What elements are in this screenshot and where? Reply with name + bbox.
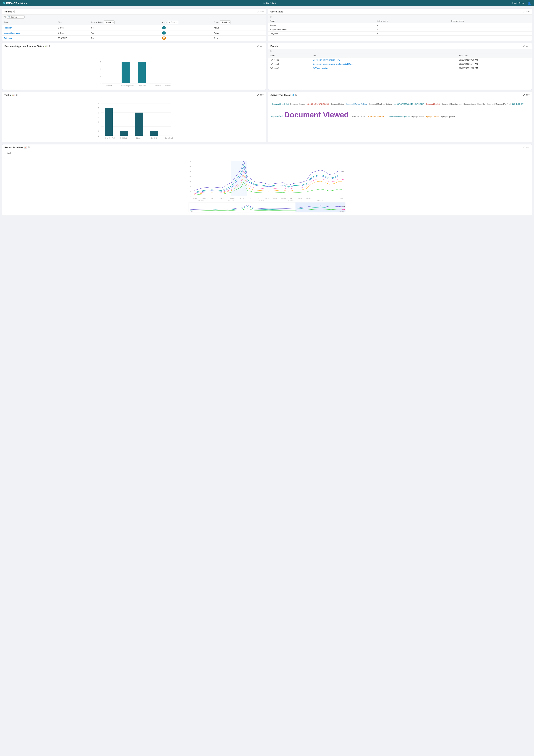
tag-item[interactable]: Document Check Out: [272, 103, 289, 105]
tag-item[interactable]: Document Printed: [426, 103, 440, 105]
user-icon[interactable]: 👤: [528, 2, 531, 5]
svg-text:Approved: Approved: [139, 85, 146, 87]
recent-activities-expand-btn[interactable]: ⤢: [523, 146, 525, 149]
tag-item[interactable]: Folder Created: [352, 115, 367, 118]
tasks-chart-icon[interactable]: 📊: [12, 94, 14, 96]
us-col-inactive: Inactive Users: [450, 19, 532, 23]
svg-text:Nov 1: Nov 1: [273, 198, 277, 199]
svg-text:Published: Published: [165, 85, 172, 87]
rooms-search-input[interactable]: [7, 15, 25, 18]
event-link[interactable]: Discussion on improvising existing set o…: [313, 63, 353, 65]
tasks-header: Tasks 📊 ⊞ ⤢ ≡ ▾: [2, 92, 266, 98]
room-name-cell: TW_room1: [2, 36, 56, 41]
user-status-table-row: Support Information 4 1: [268, 27, 532, 32]
rooms-status-filter[interactable]: Select: [220, 20, 231, 24]
tag-cloud-menu-btn[interactable]: ≡ ▾: [526, 94, 529, 96]
doc-approval-widget: Document Approval Process Status 📊 ⊞ ⤢ ≡…: [2, 43, 266, 90]
ev-title-cell: TW Team Meeting: [311, 66, 458, 70]
tag-item[interactable]: Highlight Updated: [441, 116, 455, 118]
user-status-table-icon[interactable]: ⊞: [270, 15, 272, 18]
rooms-table-icon[interactable]: ⊞: [4, 16, 6, 18]
tasks-expand-btn[interactable]: ⤢: [257, 94, 259, 96]
svg-text:Sep 2022: Sep 2022: [228, 200, 234, 201]
tag-item[interactable]: Highlight Deleted: [425, 116, 440, 118]
rooms-actions: ⤢ ≡ ▾: [257, 10, 264, 13]
tag-item[interactable]: Folder Moved to Recyclebin: [388, 116, 411, 118]
rooms-alerts-search[interactable]: [168, 21, 178, 24]
svg-text:Completed: Completed: [165, 137, 173, 139]
tag-item[interactable]: Document Undo Check Out: [464, 103, 486, 105]
svg-rect-34: [105, 108, 113, 136]
recent-activities-minimap: Aug 2 Dec 24 26.1 25.1: [5, 202, 529, 213]
user-status-menu-btn[interactable]: ≡ ▾: [526, 10, 529, 13]
tag-item[interactable]: Highlight Added: [412, 116, 424, 118]
tag-item[interactable]: Document Viewed: [284, 111, 351, 119]
user-status-expand-btn[interactable]: ⤢: [523, 10, 525, 13]
room-alerts-cell: 29: [161, 36, 212, 41]
svg-rect-61: [231, 161, 247, 196]
logo-text: KNOVOS: [6, 2, 17, 5]
doc-approval-expand-btn[interactable]: ⤢: [257, 45, 259, 47]
room-link[interactable]: TW_room1: [4, 37, 13, 39]
event-link[interactable]: TW Team Meeting: [313, 67, 329, 69]
rooms-widget-header: Rooms ⓘ ⤢ ≡ ▾: [2, 9, 266, 14]
row-3: Tasks 📊 ⊞ ⤢ ≡ ▾ 0 1 2 3 4 5: [2, 92, 532, 142]
events-toolbar: ⊞: [268, 49, 532, 53]
us-room-cell: Research: [268, 23, 376, 27]
tasks-table-icon[interactable]: ⊞: [16, 94, 17, 96]
events-table-row: TW_room1 Discussion on improvising exist…: [268, 62, 532, 66]
rooms-expand-btn[interactable]: ⤢: [257, 10, 259, 13]
recent-activities-menu-btn[interactable]: ≡ ▾: [526, 146, 529, 149]
user-status-header: User Status ⤢ ≡ ▾: [268, 9, 532, 14]
tag-cloud-chart-icon[interactable]: 📊: [292, 94, 294, 96]
rooms-col-room: Room ↑: [2, 19, 56, 25]
row-1: Rooms ⓘ ⤢ ≡ ▾ ⊞ Room ↑ Size New Activiti…: [2, 9, 532, 41]
svg-text:Oct 2022: Oct 2022: [258, 200, 264, 201]
event-link[interactable]: Discussion on Information Flow: [313, 59, 340, 61]
rooms-menu-btn[interactable]: ≡ ▾: [260, 10, 264, 13]
svg-text:0: 0: [98, 135, 99, 137]
back-btn[interactable]: ← Back: [5, 152, 12, 154]
tasks-actions: ⤢ ≡ ▾: [257, 94, 264, 96]
ev-date-cell: 09/29/2022 11:44 AM: [458, 62, 532, 66]
tag-item[interactable]: Document Created: [290, 103, 306, 105]
tag-item[interactable]: Document Moved to Recyclebin: [394, 103, 425, 105]
recent-activities-header: Recent Activities 📊 ⊞ ⤢ ≡ ▾: [2, 145, 532, 150]
svg-text:0: 0: [100, 83, 101, 85]
svg-rect-9: [122, 62, 130, 83]
tag-item[interactable]: Document Downloaded: [307, 103, 329, 105]
tag-item[interactable]: Document Unmarked As Final: [487, 103, 511, 105]
add-tenant-btn[interactable]: ⊕ Add Tenant: [512, 2, 525, 5]
user-status-table: Room ↑ Active Users Inactive Users Resea…: [268, 19, 532, 36]
recent-activities-table-icon[interactable]: ⊞: [28, 146, 30, 148]
tag-cloud-expand-btn[interactable]: ⤢: [523, 94, 525, 96]
room-status-cell: Active: [212, 36, 266, 41]
doc-approval-chart-icon[interactable]: 📊: [45, 45, 47, 47]
logo-area: ✕ KNOVOS Arbitrate: [3, 2, 27, 5]
svg-text:Nov 11: Nov 11: [281, 198, 286, 199]
tag-item[interactable]: Document Shared as Link: [442, 103, 463, 105]
tag-cloud-actions: ⤢ ≡ ▾: [523, 94, 529, 96]
room-name-cell: Support Information: [2, 30, 56, 36]
tag-item[interactable]: Document Edited: [331, 103, 345, 105]
doc-approval-menu-btn[interactable]: ≡ ▾: [260, 45, 264, 47]
us-active-cell: 4: [376, 27, 450, 32]
rooms-table-row: Research 0 Bytes No 0 Active: [2, 25, 266, 30]
tag-item[interactable]: Folder Downloaded: [368, 115, 387, 118]
tasks-menu-btn[interactable]: ≡ ▾: [260, 94, 264, 96]
events-table-icon[interactable]: ⊞: [270, 50, 272, 53]
tag-cloud-content: Document Check Out Document Created Docu…: [268, 98, 532, 126]
svg-text:30: 30: [190, 180, 191, 182]
tag-cloud-table-icon[interactable]: ⊞: [295, 94, 297, 96]
room-link[interactable]: Research: [4, 27, 12, 29]
events-expand-btn[interactable]: ⤢: [523, 45, 525, 47]
rooms-new-activities-filter[interactable]: Select: [104, 20, 114, 24]
recent-activities-chart-icon[interactable]: 📊: [24, 146, 27, 148]
tag-item[interactable]: Document Marked As Final: [346, 103, 368, 105]
header-right: ⊕ Add Tenant 👤: [512, 2, 531, 5]
doc-approval-table-icon[interactable]: ⊞: [49, 45, 50, 47]
room-link[interactable]: Support Information: [4, 32, 21, 34]
rooms-info-icon[interactable]: ⓘ: [13, 10, 15, 13]
tag-item[interactable]: Document MetaData Updated: [369, 103, 393, 105]
events-menu-btn[interactable]: ≡ ▾: [526, 45, 529, 47]
